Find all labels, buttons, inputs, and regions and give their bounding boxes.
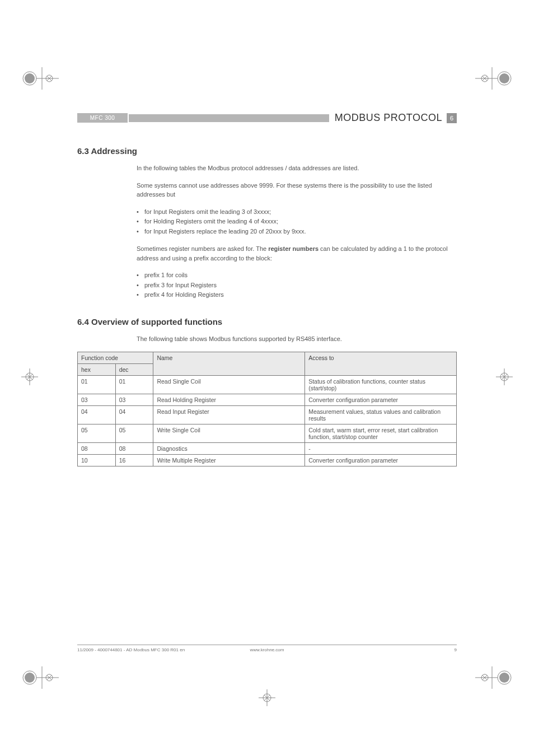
footer-right: 9 — [455, 647, 457, 652]
bold-text: register numbers — [268, 245, 318, 252]
table-cell: Status of calibration functions, counter… — [305, 375, 457, 394]
footer-left: 11/2009 - 4000744801 - AD Modbus MFC 300… — [77, 647, 185, 652]
table-cell: 08 — [115, 442, 153, 454]
header-tag: MFC 300 — [77, 113, 128, 123]
table-row: 04 04 Read Input Register Measurement va… — [78, 405, 457, 424]
table-cell: 04 — [78, 405, 116, 424]
table-header: Function code — [78, 352, 153, 363]
chapter-badge: 6 — [447, 113, 457, 123]
page-footer: 11/2009 - 4000744801 - AD Modbus MFC 300… — [77, 645, 457, 652]
table-cell: Converter configuration parameter — [305, 394, 457, 405]
table-cell: 03 — [115, 394, 153, 405]
table-cell: Converter configuration parameter — [305, 454, 457, 466]
table-cell: Write Multiple Register — [153, 454, 305, 466]
crop-mark-icon — [475, 658, 514, 697]
table-cell: 16 — [115, 454, 153, 466]
table-row: 03 03 Read Holding Register Converter co… — [78, 394, 457, 405]
table-row: 08 08 Diagnostics - — [78, 442, 457, 454]
table-row: 10 16 Write Multiple Register Converter … — [78, 454, 457, 466]
list-item: for Holding Registers omit the leading 4… — [137, 217, 457, 227]
registration-mark-icon — [496, 368, 513, 388]
bullet-list: prefix 1 for coils prefix 3 for Input Re… — [137, 270, 457, 300]
table-cell: Cold start, warm start, error reset, sta… — [305, 424, 457, 442]
svg-point-13 — [499, 73, 509, 83]
table-cell: Diagnostics — [153, 442, 305, 454]
body-paragraph: Some systems cannot use addresses above … — [137, 181, 457, 199]
section-heading: 6.4 Overview of supported functions — [77, 317, 457, 326]
svg-point-1 — [25, 73, 35, 83]
table-cell: 03 — [78, 394, 116, 405]
page-title: MODBUS PROTOCOL — [329, 112, 442, 124]
table-cell: 08 — [78, 442, 116, 454]
table-cell: 05 — [115, 424, 153, 442]
functions-table: Function code Name Access to hex dec 01 … — [77, 352, 457, 466]
body-paragraph: In the following tables the Modbus proto… — [137, 164, 457, 173]
text-span: Sometimes register numbers are asked for… — [137, 245, 268, 252]
table-header: Access to — [305, 352, 457, 375]
list-item: for Input Registers replace the leading … — [137, 227, 457, 237]
list-item: prefix 4 for Holding Registers — [137, 290, 457, 300]
crop-mark-icon — [20, 59, 59, 98]
list-item: for Input Registers omit the leading 3 o… — [137, 207, 457, 217]
table-cell: Read Input Register — [153, 405, 305, 424]
registration-mark-icon — [21, 368, 38, 388]
list-item: prefix 1 for coils — [137, 270, 457, 281]
svg-point-27 — [499, 673, 509, 683]
table-cell: Write Single Coil — [153, 424, 305, 442]
header-bar — [129, 114, 329, 122]
bullet-list: for Input Registers omit the leading 3 o… — [137, 207, 457, 237]
table-header: Name — [153, 352, 305, 375]
table-header: dec — [115, 363, 153, 375]
table-cell: Measurement values, status values and ca… — [305, 405, 457, 424]
svg-point-15 — [25, 673, 35, 683]
table-row: 01 01 Read Single Coil Status of calibra… — [78, 375, 457, 394]
table-cell: - — [305, 442, 457, 454]
body-paragraph: Sometimes register numbers are asked for… — [137, 244, 457, 263]
crop-mark-icon — [475, 59, 514, 98]
crop-mark-icon — [20, 658, 59, 697]
table-cell: 10 — [78, 454, 116, 466]
table-header: hex — [78, 363, 116, 375]
section-heading: 6.3 Addressing — [77, 146, 457, 156]
table-cell: Read Single Coil — [153, 375, 305, 394]
table-cell: 01 — [115, 375, 153, 394]
body-paragraph: The following table shows Modbus functio… — [137, 334, 457, 344]
table-cell: 01 — [78, 375, 116, 394]
list-item: prefix 3 for Input Registers — [137, 281, 457, 291]
table-cell: 04 — [115, 405, 153, 424]
page-header: MFC 300 MODBUS PROTOCOL 6 — [77, 112, 457, 124]
footer-center: www.krohne.com — [250, 647, 284, 652]
registration-mark-icon — [259, 689, 275, 708]
table-cell: Read Holding Register — [153, 394, 305, 405]
table-cell: 05 — [78, 424, 116, 442]
table-row: 05 05 Write Single Coil Cold start, warm… — [78, 424, 457, 442]
